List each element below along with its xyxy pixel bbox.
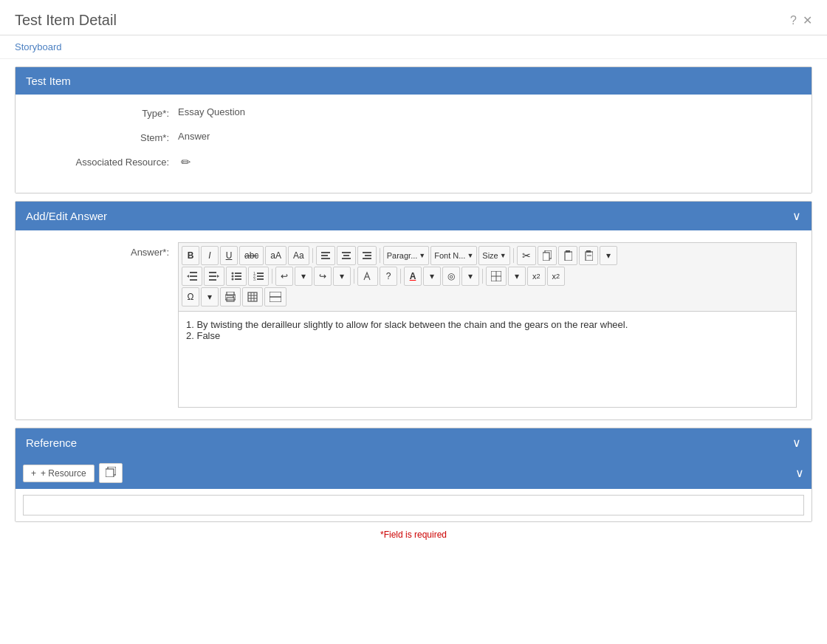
toolbar-row-2: 1.2.3. ↩ ▾ ↪ ▾ ?: [182, 267, 793, 286]
svg-point-26: [232, 275, 234, 278]
numbered-button[interactable]: 1.2.3.: [248, 267, 269, 286]
svg-marker-19: [187, 275, 189, 278]
paragraph-select[interactable]: Paragr... ▼: [383, 246, 430, 265]
toolbar-row-1: B I U abc aA Aa: [182, 246, 793, 265]
align-center-button[interactable]: [337, 246, 356, 265]
subscript-button[interactable]: x2: [527, 267, 546, 286]
resource-inner-chevron-icon[interactable]: ∨: [795, 466, 804, 480]
svg-marker-23: [217, 275, 219, 278]
page-container: Test Item Detail ? ✕ Storyboard Test Ite…: [0, 0, 827, 644]
svg-rect-25: [235, 273, 241, 274]
reference-body: + + Resource ∨: [16, 457, 811, 521]
test-item-section: Test Item Type*: Essay Question Stem*: A…: [15, 66, 812, 193]
stem-row: Stem*: Answer: [30, 131, 797, 143]
resource-bar: + + Resource ∨: [16, 457, 811, 489]
underline-button[interactable]: U: [220, 246, 238, 265]
bullets-button[interactable]: [226, 267, 247, 286]
answer-row: Answer*: B I U abc aA Aa: [30, 242, 797, 408]
divider-1: [312, 248, 313, 263]
resource-row: Associated Resource: ✏: [30, 155, 797, 169]
size-select[interactable]: Size ▼: [478, 246, 509, 265]
required-note: *Field is required: [0, 530, 827, 547]
divider-3: [513, 248, 514, 263]
svg-rect-18: [190, 279, 197, 281]
close-icon[interactable]: ✕: [803, 13, 812, 27]
copy-button[interactable]: [538, 246, 557, 265]
stem-label: Stem*:: [30, 131, 178, 143]
copy-resource-button[interactable]: [99, 463, 123, 483]
answer-header: Add/Edit Answer ∨: [16, 202, 811, 230]
divider-7: [482, 269, 483, 284]
undo-arrow-button[interactable]: ▾: [295, 267, 312, 286]
svg-text:3.: 3.: [253, 277, 256, 281]
svg-rect-10: [543, 253, 549, 261]
answer-editor[interactable]: 1. By twisting the derailleur slightly t…: [178, 312, 797, 408]
answer-chevron-icon[interactable]: ∨: [792, 209, 801, 223]
edit-resource-icon[interactable]: ✏: [181, 155, 191, 169]
svg-point-43: [233, 296, 234, 298]
svg-rect-3: [342, 252, 351, 253]
test-item-title: Test Item: [26, 75, 71, 87]
svg-rect-27: [235, 275, 241, 277]
page-title: Test Item Detail: [15, 12, 117, 29]
bold-button[interactable]: B: [182, 246, 199, 265]
divider-5: [354, 269, 354, 284]
help-icon[interactable]: ?: [790, 14, 797, 27]
cut-button[interactable]: ✂: [517, 246, 536, 265]
svg-rect-35: [257, 278, 264, 280]
paste2-button[interactable]: [579, 246, 598, 265]
svg-rect-29: [235, 278, 241, 280]
svg-rect-52: [106, 469, 114, 477]
undo-button[interactable]: ↩: [275, 267, 293, 286]
special-char-button[interactable]: [242, 287, 263, 306]
print-button[interactable]: [220, 287, 241, 306]
svg-rect-13: [586, 252, 593, 261]
svg-point-28: [232, 278, 234, 281]
font-color-arrow-button[interactable]: ▾: [423, 267, 441, 286]
answer-title: Add/Edit Answer: [26, 210, 107, 222]
italic-button[interactable]: I: [201, 246, 219, 265]
add-resource-button[interactable]: + + Resource: [23, 465, 95, 482]
strikethrough-button[interactable]: abc: [239, 246, 264, 265]
test-item-header: Test Item: [16, 67, 811, 95]
uppercase-button[interactable]: aA: [265, 246, 286, 265]
test-item-body: Type*: Essay Question Stem*: Answer Asso…: [16, 95, 811, 193]
svg-rect-6: [363, 252, 371, 253]
table-button[interactable]: [486, 267, 507, 286]
paragraph-arrow-icon: ▼: [419, 252, 425, 259]
answer-line-1: 1. By twisting the derailleur slightly t…: [186, 319, 789, 330]
hr-button[interactable]: [264, 287, 286, 306]
fontcase-button[interactable]: Aa: [288, 246, 309, 265]
more-button[interactable]: ▾: [600, 246, 617, 265]
indent-button[interactable]: [204, 267, 224, 286]
outdent-button[interactable]: [182, 267, 202, 286]
svg-rect-11: [565, 252, 572, 261]
reference-chevron-icon[interactable]: ∨: [792, 436, 801, 450]
svg-rect-20: [209, 272, 216, 273]
redo-arrow-button[interactable]: ▾: [333, 267, 351, 286]
reference-input[interactable]: [23, 495, 804, 515]
omega-arrow-button[interactable]: ▾: [201, 287, 219, 306]
table-arrow-button[interactable]: ▾: [508, 267, 526, 286]
answer-label: Answer*:: [30, 242, 178, 258]
font-color-button[interactable]: A: [404, 267, 422, 286]
svg-rect-33: [257, 275, 264, 277]
superscript-button[interactable]: x2: [547, 267, 566, 286]
svg-rect-2: [321, 258, 330, 259]
answer-line-2: 2. False: [186, 330, 789, 341]
highlight-arrow-button[interactable]: ▾: [461, 267, 479, 286]
answer-editor-wrap: B I U abc aA Aa: [178, 242, 797, 408]
omega-button[interactable]: Ω: [182, 287, 199, 306]
paste-button[interactable]: [558, 246, 577, 265]
svg-rect-16: [190, 272, 197, 273]
highlight-button[interactable]: ◎: [442, 267, 460, 286]
reference-title: Reference: [26, 436, 77, 449]
redo-button[interactable]: ↪: [314, 267, 332, 286]
question-button[interactable]: ?: [380, 267, 397, 286]
align-right-button[interactable]: [357, 246, 377, 265]
paint-button[interactable]: [357, 267, 378, 286]
resource-btn-label: + Resource: [41, 468, 86, 479]
align-left-button[interactable]: [316, 246, 335, 265]
font-name-select[interactable]: Font N... ▼: [430, 246, 477, 265]
breadcrumb-link[interactable]: Storyboard: [15, 41, 62, 52]
